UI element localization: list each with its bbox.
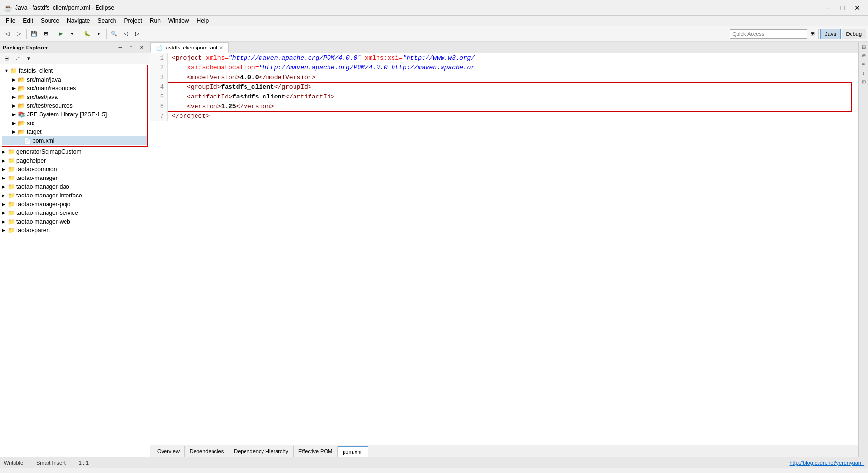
toolbar-prev-edit[interactable]: ◁ — [120, 29, 131, 39]
strip-btn-5[interactable]: ⊞ — [860, 78, 868, 85]
strip-btn-2[interactable]: ⊕ — [860, 51, 868, 59]
pe-minimize[interactable]: ─ — [115, 42, 126, 53]
menu-help[interactable]: Help — [193, 16, 213, 26]
menu-navigate[interactable]: Navigate — [63, 16, 94, 26]
tree-src-main-java[interactable]: ▶ 📂 src/main/java — [2, 75, 147, 84]
toolbar-forward[interactable]: ▷ — [14, 29, 24, 39]
expand-arrow: ▶ — [2, 193, 8, 198]
tree-generator-sqlmap[interactable]: ▶ 📁 generatorSqlmapCustom — [0, 147, 150, 156]
tree-src-main-resources[interactable]: ▶ 📂 src/main/resources — [2, 84, 147, 93]
tree-target[interactable]: ▶ 📂 target — [2, 128, 147, 136]
strip-btn-3[interactable]: ≡ — [860, 60, 868, 68]
tree-taotao-manager-dao[interactable]: ▶ 📁 taotao-manager-dao — [0, 182, 150, 191]
tab-overview[interactable]: Overview — [152, 446, 185, 457]
pe-view-menu[interactable]: ▾ — [23, 53, 34, 64]
tab-label: fastdfs_client/pom.xml — [164, 45, 217, 50]
tree-pom-xml[interactable]: 📄 pom.xml — [2, 136, 147, 145]
tab-pom-xml[interactable]: pom.xml — [338, 446, 368, 457]
strip-btn-4[interactable]: ↕ — [860, 69, 868, 77]
tree-taotao-manager-pojo[interactable]: ▶ 📁 taotao-manager-pojo — [0, 200, 150, 209]
project-icon: 📁 — [8, 192, 15, 199]
tab-dependencies[interactable]: Dependencies — [185, 446, 229, 457]
toolbar-search[interactable]: 🔍 — [109, 29, 119, 39]
status-insert-mode: Smart Insert — [36, 460, 66, 466]
tree-taotao-manager-web[interactable]: ▶ 📁 taotao-manager-web — [0, 217, 150, 226]
fastdfs-client-group: ▼ 📁 fastdfs_client ▶ 📂 src/main/java ▶ 📂… — [2, 65, 148, 147]
folder-label: src/main/resources — [27, 85, 76, 92]
toolbar-debug-dropdown[interactable]: ▾ — [94, 29, 104, 39]
status-position: 1 : 1 — [79, 460, 89, 466]
folder-label: src/test/java — [27, 94, 58, 100]
close-button[interactable]: ✕ — [851, 3, 864, 13]
code-line-3: 3 <modelVersion>4.0.0</modelVersion> — [150, 73, 858, 82]
tab-effective-pom[interactable]: Effective POM — [294, 446, 338, 457]
toolbar-sep-qa — [818, 29, 819, 39]
toolbar-save-all[interactable]: ⊞ — [40, 29, 51, 39]
project-label: generatorSqlmapCustom — [16, 148, 81, 155]
tree-pagehelper[interactable]: ▶ 📁 pagehelper — [0, 156, 150, 165]
tree-jre-system-library[interactable]: ▶ 📚 JRE System Library [J2SE-1.5] — [2, 110, 147, 119]
tab-close-button[interactable]: ✕ — [219, 45, 223, 50]
status-sep-2: | — [71, 460, 73, 466]
toolbar: ◁ ▷ 💾 ⊞ ▶ ▾ 🐛 ▾ 🔍 ◁ ▷ ⊞ Java Debug — [0, 26, 868, 42]
tree-taotao-manager-interface[interactable]: ▶ 📁 taotao-manager-interface — [0, 191, 150, 200]
menu-search[interactable]: Search — [94, 16, 120, 26]
tab-icon: 📄 — [156, 45, 163, 51]
strip-btn-1[interactable]: ⊟ — [860, 43, 868, 50]
perspective-java[interactable]: Java — [820, 29, 840, 39]
expand-arrow: ▶ — [2, 202, 8, 207]
code-editor[interactable]: 1 <project xmlns="http://maven.apache.or… — [150, 53, 858, 445]
folder-icon: 📂 — [18, 76, 25, 83]
toolbar-run[interactable]: ▶ — [55, 29, 66, 39]
tree-src-test-resources[interactable]: ▶ 📂 src/test/resources — [2, 101, 147, 110]
menu-window[interactable]: Window — [164, 16, 193, 26]
minimize-button[interactable]: ─ — [821, 3, 835, 13]
tab-dependency-hierarchy[interactable]: Dependency Hierarchy — [229, 446, 294, 457]
menu-project[interactable]: Project — [120, 16, 146, 26]
tree-taotao-common[interactable]: ▶ 📁 taotao-common — [0, 165, 150, 174]
quick-access-icon[interactable]: ⊞ — [807, 29, 817, 39]
expand-arrow: ▶ — [12, 77, 18, 82]
tree-fastdfs-client[interactable]: ▼ 📁 fastdfs_client — [2, 66, 147, 75]
tree-taotao-manager-service[interactable]: ▶ 📁 taotao-manager-service — [0, 209, 150, 217]
menu-file[interactable]: File — [2, 16, 19, 26]
tree-taotao-parent[interactable]: ▶ 📁 taotao-parent — [0, 226, 150, 235]
toolbar-debug[interactable]: 🐛 — [82, 29, 93, 39]
toolbar-next-edit[interactable]: ▷ — [132, 29, 143, 39]
project-icon: 📁 — [8, 148, 15, 155]
toolbar-back[interactable]: ◁ — [2, 29, 13, 39]
toolbar-save[interactable]: 💾 — [29, 29, 39, 39]
pe-link-editor[interactable]: ⇌ — [12, 53, 23, 64]
toolbar-sep-5 — [145, 29, 145, 39]
project-label: taotao-common — [16, 166, 57, 173]
expand-arrow: ▶ — [12, 112, 18, 117]
tree-src-test-java[interactable]: ▶ 📂 src/test/java — [2, 93, 147, 101]
toolbar-run-dropdown[interactable]: ▾ — [67, 29, 78, 39]
project-icon: 📁 — [8, 175, 15, 181]
editor-tabs: 📄 fastdfs_client/pom.xml ✕ — [150, 42, 858, 53]
pe-maximize[interactable]: □ — [126, 42, 136, 53]
expand-arrow: ▶ — [12, 95, 18, 99]
file-label: pom.xml — [33, 137, 54, 144]
expand-arrow: ▶ — [12, 103, 18, 108]
menu-edit[interactable]: Edit — [19, 16, 37, 26]
menu-source[interactable]: Source — [37, 16, 63, 26]
tree-src[interactable]: ▶ 📂 src — [2, 119, 147, 128]
line-content-7: </project> — [168, 112, 210, 121]
project-label: taotao-parent — [16, 227, 51, 234]
folder-icon: 📂 — [18, 129, 25, 135]
pe-collapse-all[interactable]: ⊟ — [1, 53, 12, 64]
editor-tab-pom[interactable]: 📄 fastdfs_client/pom.xml ✕ — [150, 42, 229, 53]
menu-run[interactable]: Run — [146, 16, 164, 26]
tree-taotao-manager[interactable]: ▶ 📁 taotao-manager — [0, 174, 150, 182]
folder-label: src/test/resources — [27, 102, 73, 109]
line-content-2: xsi:schemaLocation="http://maven.apache.… — [168, 63, 475, 73]
pe-close[interactable]: ✕ — [136, 42, 147, 53]
perspective-debug[interactable]: Debug — [842, 29, 866, 39]
expand-arrow: ▶ — [2, 158, 8, 163]
maximize-button[interactable]: □ — [836, 3, 850, 13]
window-title: Java - fastdfs_client/pom.xml - Eclipse — [15, 4, 821, 11]
quick-access-input[interactable] — [730, 29, 807, 39]
status-bar: Writable | Smart Insert | 1 : 1 http://b… — [0, 457, 868, 468]
expand-arrow: ▶ — [2, 167, 8, 172]
